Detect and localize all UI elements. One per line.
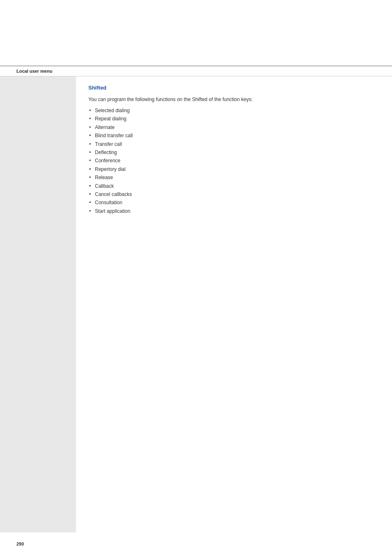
top-spacer [0, 0, 392, 66]
list-item: Start application [88, 207, 380, 215]
list-item: Release [88, 173, 380, 182]
list-item: Repertory dial [88, 165, 380, 173]
bullet-list: Selected dialingRepeat dialingAlternateB… [88, 106, 380, 215]
list-item: Deflecting [88, 148, 380, 157]
page-number: 290 [16, 541, 24, 546]
content-area: Shifted You can program the following fu… [0, 76, 392, 532]
left-sidebar [0, 76, 76, 532]
list-item: Conference [88, 157, 380, 165]
page-container: Local user menu Shifted You can program … [0, 0, 392, 555]
list-item: Transfer call [88, 140, 380, 148]
list-item: Cancel callbacks [88, 190, 380, 198]
intro-text: You can program the following functions … [88, 96, 380, 103]
list-item: Alternate [88, 123, 380, 131]
list-item: Repeat dialing [88, 115, 380, 123]
list-item: Callback [88, 182, 380, 190]
main-content: Shifted You can program the following fu… [76, 76, 392, 532]
list-item: Blind transfer call [88, 131, 380, 140]
list-item: Selected dialing [88, 106, 380, 115]
page-footer: 290 [0, 532, 392, 555]
header-label: Local user menu [16, 69, 52, 74]
list-item: Consultation [88, 198, 380, 207]
header-bar: Local user menu [0, 66, 392, 76]
section-title: Shifted [88, 85, 380, 91]
